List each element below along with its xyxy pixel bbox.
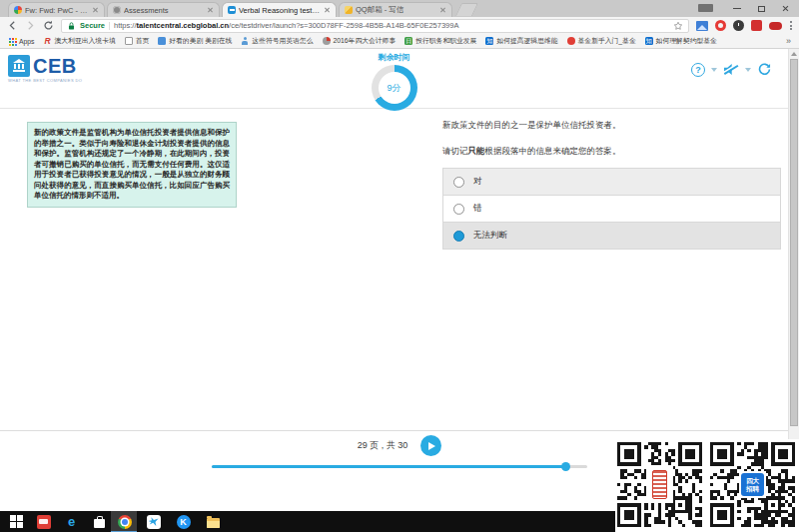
refresh-icon — [757, 62, 772, 77]
url-domain: talentcentral.cebglobal.cn — [137, 21, 230, 30]
page-header: CEB WHAT THE BEST COMPANIES DO 剩余时间 9分 ? — [0, 49, 788, 109]
red-square-extension-icon[interactable] — [751, 20, 762, 31]
radio-button[interactable] — [453, 231, 464, 242]
tab-close-icon[interactable] — [92, 7, 99, 14]
chevron-down-icon[interactable] — [711, 68, 717, 72]
bookmark-contract-fund[interactable]: 知 如何理解契约型基金 — [645, 36, 717, 46]
person-favicon — [241, 37, 249, 45]
red-pill-extension-icon[interactable] — [769, 22, 782, 30]
bookmark-symbols-english[interactable]: 这些符号用英语怎么 — [241, 36, 313, 46]
windows-logo-icon — [10, 515, 23, 528]
option-cannot-say[interactable]: 无法判断 — [443, 222, 780, 249]
url-text: https://talentcentral.cebglobal.cn/ce/te… — [114, 21, 669, 30]
close-button[interactable] — [773, 0, 797, 17]
store-app[interactable] — [92, 514, 107, 529]
bookmarks-overflow-chevron[interactable]: » — [786, 36, 791, 46]
help-icon[interactable]: ? — [691, 63, 705, 77]
tab-mail[interactable]: Fw: Fwd: PwC - thank yo — [8, 2, 105, 17]
tab-verbal-reasoning[interactable]: Verbal Reasoning test | T — [222, 2, 337, 17]
tab-close-icon[interactable] — [324, 7, 331, 14]
tab-title: QQ邮箱 - 写信 — [356, 5, 436, 15]
back-button[interactable] — [7, 20, 18, 31]
radio-button[interactable] — [453, 204, 464, 215]
bookmark-australia-card[interactable]: R 澳大利亚出入境卡填 — [44, 36, 116, 46]
bookmark-tv-shows[interactable]: 好看的美剧 美剧在线 — [158, 36, 232, 46]
edge-app[interactable]: e — [64, 514, 79, 529]
maximize-icon — [758, 6, 765, 12]
bookmark-big4-accounting[interactable]: 2016年四大会计师事 — [323, 36, 397, 46]
scrollbar-thumb[interactable] — [790, 59, 798, 426]
scrollbar-up-arrow[interactable] — [791, 52, 797, 56]
tab-close-icon[interactable] — [207, 7, 214, 14]
audio-muted-icon[interactable] — [723, 63, 739, 76]
start-button[interactable] — [9, 514, 24, 529]
k-app[interactable]: K — [176, 514, 191, 529]
option-true[interactable]: 对 — [443, 169, 780, 195]
ceb-logo-tagline: WHAT THE BEST COMPANIES DO — [8, 78, 82, 83]
option-label: 错 — [473, 203, 482, 215]
play-icon — [428, 442, 435, 450]
zhihu-favicon: 知 — [645, 37, 653, 45]
header-icons: ? — [691, 62, 772, 77]
clock-extension-icon[interactable] — [733, 20, 744, 31]
tab-assessments[interactable]: Assessments — [107, 2, 220, 17]
progress-fill — [212, 465, 566, 468]
mail-favicon — [14, 6, 22, 14]
new-tab-button[interactable] — [455, 3, 478, 16]
address-separator — [109, 22, 110, 30]
page-favicon — [125, 37, 133, 45]
red-tile-app[interactable] — [36, 514, 51, 529]
ceb-building-icon — [8, 55, 30, 77]
timer-value: 9分 — [372, 65, 417, 111]
question-statement: 新政策文件的目的之一是保护单位信托投资者。 — [442, 120, 781, 132]
chevron-down-icon[interactable] — [745, 68, 751, 72]
red-ring-extension-icon[interactable] — [715, 20, 726, 31]
radio-button[interactable] — [453, 177, 464, 188]
bookmark-homepage[interactable]: 首页 — [125, 36, 150, 46]
bookmark-fund-beginner[interactable]: 基金新手入门_基金 — [567, 36, 636, 46]
reload-button[interactable] — [43, 20, 54, 31]
progress-slider[interactable] — [212, 465, 587, 468]
address-bar[interactable]: Secure https://talentcentral.cebglobal.c… — [61, 19, 689, 33]
extension-icons — [696, 20, 792, 31]
next-question-button[interactable] — [420, 435, 441, 456]
bookmark-apps[interactable]: Apps — [8, 37, 35, 45]
bird-app[interactable] — [146, 514, 161, 529]
red-app-icon — [37, 515, 51, 529]
file-explorer-app[interactable] — [206, 514, 221, 529]
bookmarks-bar: Apps R 澳大利亚出入境卡填 首页 好看的美剧 美剧在线 这些符号用英语怎么… — [0, 34, 799, 49]
chrome-app[interactable] — [117, 514, 132, 529]
footer-divider — [0, 430, 799, 431]
red-seal-logo — [646, 465, 673, 503]
timer: 剩余时间 9分 — [372, 52, 417, 111]
forward-icon — [25, 20, 36, 31]
big4-recruit-logo: 四大 招聘 — [739, 471, 766, 498]
window-controls — [725, 0, 797, 17]
tab-close-icon[interactable] — [439, 7, 446, 14]
green-favicon: 日 — [404, 37, 412, 45]
timer-label: 剩余时间 — [379, 52, 410, 63]
restart-button[interactable] — [757, 62, 772, 77]
bookmark-label: 投行职务和职业发展 — [415, 36, 476, 46]
bookmark-star-icon[interactable] — [673, 21, 683, 31]
bookmark-investment-banking[interactable]: 日 投行职务和职业发展 — [404, 36, 476, 46]
maximize-button[interactable] — [749, 0, 773, 17]
browser-profile-badge[interactable] — [698, 4, 713, 12]
bookmark-label: 首页 — [136, 36, 150, 46]
bookmark-label: 2016年四大会计师事 — [334, 36, 397, 46]
screen: Fw: Fwd: PwC - thank yo Assessments Verb… — [0, 0, 799, 532]
option-false[interactable]: 错 — [443, 195, 780, 222]
qr-code-overlay: 四大 招聘 — [615, 439, 799, 532]
browser-menu-icon[interactable] — [789, 21, 792, 30]
tab-qq-mail[interactable]: QQ邮箱 - 写信 — [339, 2, 452, 17]
ceb-favicon — [228, 6, 236, 14]
tab-title: Assessments — [124, 6, 204, 15]
progress-thumb[interactable] — [561, 462, 570, 471]
qq-mail-favicon — [345, 6, 353, 14]
browser-tab-strip: Fw: Fwd: PwC - thank yo Assessments Verb… — [0, 0, 799, 17]
forward-button[interactable] — [25, 20, 36, 31]
chrome-icon — [118, 515, 132, 529]
bookmark-logic-thinking[interactable]: 知 如何提高逻辑思维能 — [485, 36, 557, 46]
minimize-button[interactable] — [725, 0, 749, 17]
screenshot-extension-icon[interactable] — [696, 21, 708, 31]
